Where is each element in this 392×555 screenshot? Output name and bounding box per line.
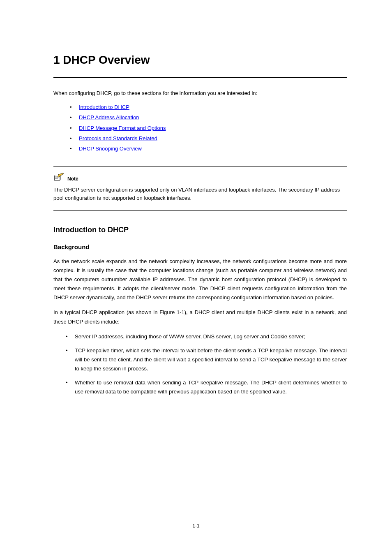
chapter-title: 1 DHCP Overview <box>53 53 347 67</box>
toc-list: Introduction to DHCP DHCP Address Alloca… <box>53 102 347 154</box>
note-label: Note <box>67 176 78 182</box>
paragraph-1: As the network scale expands and the net… <box>53 257 347 302</box>
subsection-heading: Background <box>53 243 347 250</box>
toc-link-introduction[interactable]: Introduction to DHCP <box>79 104 129 110</box>
toc-item: Protocols and Standards Related <box>70 133 347 143</box>
title-rule <box>53 77 347 78</box>
paragraph-2: In a typical DHCP application (as shown … <box>53 308 347 326</box>
list-item: Whether to use removal data when sending… <box>66 378 347 396</box>
page-number: 1-1 <box>0 523 392 529</box>
toc-item: DHCP Snooping Overview <box>70 143 347 154</box>
section-heading: Introduction to DHCP <box>53 226 347 234</box>
toc-link-protocols-standards[interactable]: Protocols and Standards Related <box>79 135 157 141</box>
note-icon <box>53 173 65 182</box>
note-block: Note The DHCP server configuration is su… <box>53 166 347 211</box>
toc-item: Introduction to DHCP <box>70 102 347 112</box>
toc-link-snooping-overview[interactable]: DHCP Snooping Overview <box>79 146 142 152</box>
note-rule-top <box>53 166 347 167</box>
page: 1 DHCP Overview When configuring DHCP, g… <box>0 0 392 555</box>
toc-link-message-format[interactable]: DHCP Message Format and Options <box>79 125 166 131</box>
note-header: Note <box>53 173 347 182</box>
toc-item: DHCP Message Format and Options <box>70 123 347 133</box>
intro-text: When configuring DHCP, go to these secti… <box>53 90 347 96</box>
toc-item: DHCP Address Allocation <box>70 112 347 123</box>
body-list: Server IP addresses, including those of … <box>53 332 347 397</box>
list-item: TCP keepalive timer, which sets the inte… <box>66 346 347 373</box>
toc-link-address-allocation[interactable]: DHCP Address Allocation <box>79 114 139 120</box>
note-body: The DHCP server configuration is support… <box>53 186 347 202</box>
note-rule-bottom <box>53 210 347 211</box>
list-item: Server IP addresses, including those of … <box>66 332 347 341</box>
